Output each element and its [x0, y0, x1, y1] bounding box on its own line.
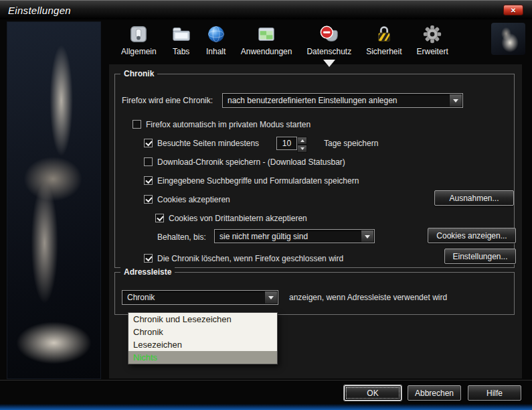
- cancel-button-label: Abbrechen: [415, 389, 454, 398]
- clear-history-checkbox[interactable]: [144, 254, 153, 263]
- tab-datenschutz[interactable]: Datenschutz: [302, 23, 355, 58]
- ok-button[interactable]: OK: [344, 385, 402, 401]
- form-data-checkbox[interactable]: [144, 176, 153, 185]
- privacy-icon: [319, 24, 339, 44]
- locationbar-select-value: Chronik: [127, 293, 155, 302]
- third-party-cookies-checkbox[interactable]: [155, 214, 164, 222]
- theme-artwork-image: [7, 21, 101, 379]
- dropdown-option[interactable]: Lesezeichen: [128, 338, 277, 351]
- general-icon: [128, 24, 149, 44]
- history-mode-label: Firefox wird eine Chronik:: [122, 96, 213, 105]
- settings-window: Einstellungen ✕ Allgemein: [0, 0, 532, 410]
- spinner-down-icon[interactable]: [297, 145, 307, 153]
- dropdown-option[interactable]: Chronik und Lesezeichen: [128, 313, 277, 326]
- spinner-up-icon[interactable]: [297, 137, 307, 145]
- content-globe-icon: [206, 24, 226, 44]
- persona-thumbnail: [491, 23, 525, 55]
- keep-until-label: Behalten, bis:: [157, 233, 206, 242]
- applications-icon: [256, 24, 276, 44]
- gear-icon: [422, 24, 442, 44]
- tab-label: Allgemein: [121, 47, 157, 56]
- keep-until-value: sie nicht mehr gültig sind: [219, 232, 308, 241]
- history-group-label: Chronik: [120, 69, 157, 78]
- tab-tabs[interactable]: Tabs: [167, 23, 195, 58]
- accept-cookies-label[interactable]: Cookies akzeptieren: [157, 196, 230, 204]
- tab-sicherheit[interactable]: Sicherheit: [362, 23, 406, 58]
- tab-label: Anwendungen: [241, 47, 292, 56]
- tab-erweitert[interactable]: Erweitert: [413, 23, 452, 58]
- tab-label: Tabs: [173, 47, 189, 56]
- keep-until-select[interactable]: sie nicht mehr gültig sind: [214, 229, 375, 243]
- tabs-icon: [171, 24, 191, 44]
- clear-history-label[interactable]: Die Chronik löschen, wenn Firefox geschl…: [157, 255, 343, 263]
- days-suffix-label: Tage speichern: [324, 139, 378, 148]
- locationbar-dropdown-list: Chronik und Lesezeichen Chronik Lesezeic…: [128, 312, 278, 364]
- exceptions-button[interactable]: Ausnahmen...: [434, 190, 514, 206]
- show-cookies-button-label: Cookies anzeigen...: [436, 231, 507, 241]
- accept-cookies-checkbox[interactable]: [144, 195, 153, 204]
- chevron-down-icon[interactable]: [264, 291, 277, 303]
- history-mode-value: nach benutzerdefinierten Einstellungen a…: [228, 96, 397, 105]
- locationbar-select[interactable]: Chronik: [122, 290, 278, 305]
- close-icon: ✕: [511, 7, 516, 14]
- remember-visited-label[interactable]: Besuchte Seiten mindestens: [157, 139, 259, 148]
- tab-label: Datenschutz: [306, 47, 351, 56]
- locationbar-suffix-label: anzeigen, wenn Adressleiste verwendet wi…: [289, 293, 447, 302]
- days-spinner: [297, 137, 307, 150]
- download-history-checkbox[interactable]: [144, 157, 153, 166]
- cancel-button[interactable]: Abbrechen: [408, 385, 461, 401]
- dropdown-option[interactable]: Chronik: [128, 326, 277, 338]
- tab-anwendungen[interactable]: Anwendungen: [237, 23, 296, 58]
- titlebar: Einstellungen: [0, 1, 532, 19]
- private-mode-label[interactable]: Firefox automatisch im privaten Modus st…: [146, 121, 311, 129]
- tab-allgemein[interactable]: Allgemein: [117, 23, 161, 58]
- show-cookies-button[interactable]: Cookies anzeigen...: [428, 228, 516, 243]
- remember-visited-checkbox[interactable]: [144, 139, 153, 147]
- category-toolbar: Allgemein Tabs: [109, 23, 487, 62]
- history-group: Chronik Firefox wird eine Chronik: nach …: [114, 74, 515, 268]
- download-history-label[interactable]: Download-Chronik speichern - (Download S…: [157, 158, 345, 167]
- help-button-label: Hilfe: [486, 389, 503, 398]
- locationbar-group: Adressleiste Chronik anzeigen, wenn Adre…: [114, 272, 515, 315]
- third-party-cookies-label[interactable]: Cookies von Drittanbietern akzeptieren: [169, 214, 307, 223]
- exceptions-button-label: Ausnahmen...: [449, 194, 499, 203]
- tab-label: Sicherheit: [366, 47, 402, 56]
- history-mode-select[interactable]: nach benutzerdefinierten Einstellungen a…: [222, 93, 463, 108]
- locationbar-group-label: Adressleiste: [120, 267, 175, 277]
- security-lock-icon: [374, 24, 394, 44]
- tab-label: Erweitert: [417, 47, 448, 56]
- window-title: Einstellungen: [8, 5, 71, 16]
- footer-separator: [0, 380, 532, 381]
- form-data-label[interactable]: Eingegebene Suchbegriffe und Formulardat…: [157, 177, 359, 186]
- private-mode-checkbox[interactable]: [132, 120, 141, 129]
- tab-inhalt[interactable]: Inhalt: [202, 23, 230, 58]
- days-input[interactable]: 10: [276, 137, 297, 150]
- tab-label: Inhalt: [206, 47, 226, 56]
- chevron-down-icon[interactable]: [361, 230, 373, 242]
- close-button[interactable]: ✕: [503, 5, 523, 15]
- clear-history-settings-label: Einstellungen...: [452, 252, 507, 261]
- ok-button-label: OK: [367, 389, 378, 398]
- dropdown-option-highlighted[interactable]: Nichts: [128, 351, 277, 364]
- help-button[interactable]: Hilfe: [468, 385, 521, 401]
- chevron-down-icon[interactable]: [449, 94, 462, 107]
- window-bottom-edge: [0, 404, 532, 410]
- clear-history-settings-button[interactable]: Einstellungen...: [444, 249, 516, 264]
